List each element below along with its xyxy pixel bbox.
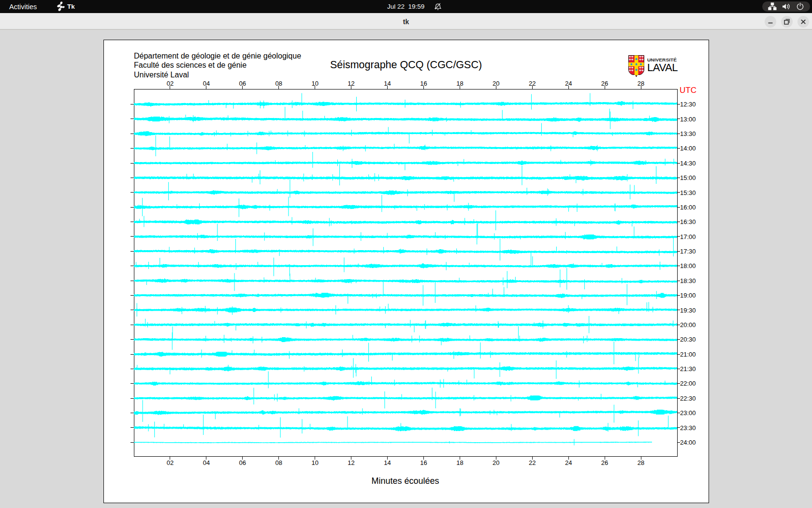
svg-text:20:30: 20:30 bbox=[680, 336, 696, 343]
svg-text:18:00: 18:00 bbox=[680, 262, 696, 269]
svg-text:14: 14 bbox=[384, 80, 391, 87]
svg-text:15:30: 15:30 bbox=[680, 189, 696, 196]
svg-text:16: 16 bbox=[420, 80, 427, 87]
svg-text:24:00: 24:00 bbox=[680, 439, 696, 446]
svg-text:10: 10 bbox=[311, 459, 318, 466]
svg-text:17:00: 17:00 bbox=[680, 233, 696, 240]
svg-text:06: 06 bbox=[239, 80, 246, 87]
svg-text:18:30: 18:30 bbox=[680, 277, 696, 284]
svg-text:Séismographe QCQ (CGC/GSC): Séismographe QCQ (CGC/GSC) bbox=[330, 59, 482, 71]
svg-text:02: 02 bbox=[167, 459, 174, 466]
svg-text:15:00: 15:00 bbox=[680, 174, 696, 181]
svg-text:Département de géologie et de: Département de géologie et de génie géol… bbox=[134, 52, 301, 60]
svg-text:23:30: 23:30 bbox=[680, 424, 696, 432]
svg-text:UTC: UTC bbox=[680, 86, 696, 95]
svg-text:22:00: 22:00 bbox=[680, 380, 696, 387]
svg-text:08: 08 bbox=[275, 80, 282, 87]
svg-text:19:30: 19:30 bbox=[680, 307, 696, 314]
svg-text:23:00: 23:00 bbox=[680, 409, 696, 417]
svg-text:22:30: 22:30 bbox=[680, 395, 696, 402]
svg-text:13:30: 13:30 bbox=[680, 130, 696, 137]
svg-text:20:00: 20:00 bbox=[680, 321, 696, 329]
svg-text:12: 12 bbox=[348, 80, 354, 87]
svg-text:16:30: 16:30 bbox=[680, 218, 696, 225]
svg-text:20: 20 bbox=[493, 80, 499, 87]
svg-text:12:30: 12:30 bbox=[680, 101, 696, 108]
svg-text:04: 04 bbox=[203, 459, 210, 466]
svg-text:26: 26 bbox=[601, 80, 608, 87]
svg-text:14: 14 bbox=[384, 459, 391, 466]
svg-text:24: 24 bbox=[565, 80, 572, 87]
svg-text:21:30: 21:30 bbox=[680, 365, 696, 373]
svg-text:06: 06 bbox=[239, 459, 246, 466]
svg-text:28: 28 bbox=[638, 459, 644, 466]
svg-text:18: 18 bbox=[456, 80, 463, 87]
svg-text:22: 22 bbox=[529, 459, 536, 466]
svg-text:21:00: 21:00 bbox=[680, 351, 696, 358]
svg-text:12: 12 bbox=[348, 459, 354, 466]
svg-text:16:00: 16:00 bbox=[680, 204, 696, 211]
svg-text:16: 16 bbox=[420, 459, 427, 466]
svg-text:28: 28 bbox=[638, 80, 644, 87]
svg-text:22: 22 bbox=[529, 80, 536, 87]
svg-text:10: 10 bbox=[311, 80, 318, 87]
svg-text:Minutes écoulées: Minutes écoulées bbox=[371, 476, 439, 486]
svg-text:08: 08 bbox=[275, 459, 282, 466]
svg-text:18: 18 bbox=[456, 459, 463, 466]
svg-text:14:30: 14:30 bbox=[680, 160, 696, 167]
svg-text:02: 02 bbox=[167, 80, 174, 87]
svg-text:17:30: 17:30 bbox=[680, 248, 696, 255]
svg-text:13:00: 13:00 bbox=[680, 116, 696, 123]
svg-text:LAVAL: LAVAL bbox=[647, 61, 678, 74]
svg-text:20: 20 bbox=[493, 459, 499, 466]
svg-text:Faculté des sciences et de gén: Faculté des sciences et de génie bbox=[134, 61, 246, 69]
svg-text:Université Laval: Université Laval bbox=[134, 71, 189, 79]
svg-text:24: 24 bbox=[565, 459, 572, 466]
svg-text:14:00: 14:00 bbox=[680, 145, 696, 152]
svg-text:19:00: 19:00 bbox=[680, 292, 696, 299]
svg-text:26: 26 bbox=[601, 459, 608, 466]
svg-text:04: 04 bbox=[203, 80, 210, 87]
